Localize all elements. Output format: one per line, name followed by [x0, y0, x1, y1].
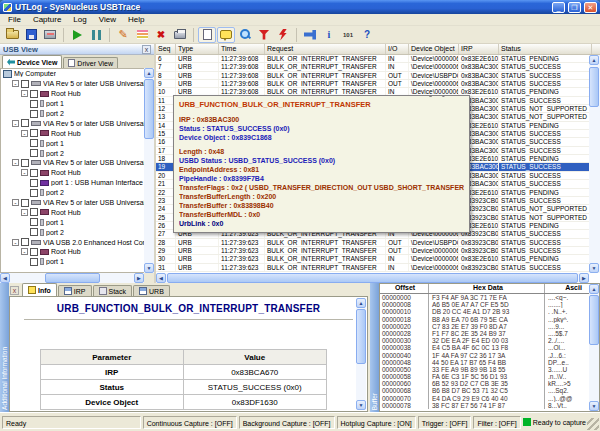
- tree-checkbox[interactable]: [21, 238, 29, 246]
- tree-checkbox[interactable]: [21, 199, 29, 207]
- table-row[interactable]: 7URB11:27:39:608BULK_OR_INTERRUPT_TRANSF…: [156, 63, 589, 71]
- tree-checkbox[interactable]: [30, 169, 38, 177]
- page-view-button[interactable]: [198, 27, 216, 43]
- tree-checkbox[interactable]: [21, 159, 29, 167]
- title-bar[interactable]: UTLog - SysNucleus USBTrace _ ❐ ✕: [0, 0, 600, 14]
- tree-checkbox[interactable]: [30, 189, 38, 197]
- tree-hscroll-thumb[interactable]: [45, 273, 100, 283]
- info-button[interactable]: i: [320, 27, 338, 43]
- menu-view[interactable]: View: [93, 15, 122, 24]
- details-close-icon[interactable]: x: [10, 286, 19, 295]
- tree-item[interactable]: -VIA Rev 5 or later USB Universal Host C: [1, 79, 144, 89]
- scroll-up-icon[interactable]: ▲: [589, 55, 599, 65]
- column-header-irp[interactable]: IRP: [459, 44, 499, 54]
- tree-item[interactable]: port 2: [1, 227, 144, 237]
- tree-vscroll-thumb[interactable]: [144, 79, 154, 139]
- expander-toggle[interactable]: -: [12, 199, 19, 206]
- tree-item[interactable]: -Root Hub: [1, 207, 144, 217]
- expander-toggle[interactable]: -: [21, 248, 28, 255]
- column-header-time[interactable]: Time: [219, 44, 265, 54]
- tree-item[interactable]: My Computer: [1, 69, 144, 79]
- expander-toggle[interactable]: -: [12, 159, 19, 166]
- scroll-down-icon[interactable]: ▼: [589, 263, 599, 273]
- usb-devices-button[interactable]: [301, 27, 319, 43]
- open-button[interactable]: [3, 27, 21, 43]
- tree-item[interactable]: port 1: [1, 138, 144, 148]
- usb-view-close-icon[interactable]: x: [142, 45, 151, 54]
- tree-item[interactable]: -VIA Rev 5 or later USB Universal Host C: [1, 118, 144, 128]
- scroll-down-icon[interactable]: ▼: [144, 263, 154, 273]
- tab-device-view[interactable]: Device View: [2, 55, 62, 68]
- edit-button[interactable]: ✎: [114, 27, 132, 43]
- table-row[interactable]: 29URB11:27:39:623BULK_OR_INTERRUPT_TRANS…: [156, 247, 589, 255]
- tree-item[interactable]: port 1: [1, 257, 144, 267]
- print-button[interactable]: [171, 27, 189, 43]
- scroll-up-icon[interactable]: ▲: [144, 68, 154, 78]
- expander-toggle[interactable]: -: [21, 169, 28, 176]
- tab-stack[interactable]: Stack: [93, 285, 133, 296]
- tree-checkbox[interactable]: [30, 218, 38, 226]
- tab-urb[interactable]: URB: [133, 285, 170, 296]
- save-button[interactable]: [22, 27, 40, 43]
- tree-checkbox[interactable]: [30, 100, 38, 108]
- delete-button[interactable]: ✖: [152, 27, 170, 43]
- tree-item[interactable]: -VIA Rev 5 or later USB Universal Host C: [1, 158, 144, 168]
- tree-checkbox[interactable]: [21, 80, 29, 88]
- hex-vscroll-thumb[interactable]: [589, 295, 599, 345]
- column-header-seq[interactable]: Seq: [156, 44, 176, 54]
- expander-toggle[interactable]: -: [21, 90, 28, 97]
- tab-info[interactable]: Info: [22, 283, 57, 296]
- menu-log[interactable]: Log: [67, 15, 92, 24]
- table-hscroll-thumb[interactable]: [167, 273, 578, 283]
- restore-button[interactable]: ❐: [568, 2, 581, 13]
- help-button[interactable]: ?: [358, 27, 376, 43]
- expander-toggle[interactable]: -: [12, 120, 19, 127]
- tree-checkbox[interactable]: [30, 90, 38, 98]
- tree-checkbox[interactable]: [30, 110, 38, 118]
- tree-item[interactable]: port 2: [1, 109, 144, 119]
- tree-horizontal-scrollbar[interactable]: ◀ ▶: [0, 273, 144, 283]
- details-vertical-scrollbar[interactable]: ▲ ▼: [356, 298, 366, 410]
- close-button[interactable]: ✕: [584, 2, 597, 13]
- scroll-right-icon[interactable]: ▶: [579, 273, 589, 283]
- table-horizontal-scrollbar[interactable]: ◀ ▶: [156, 273, 589, 283]
- table-vscroll-thumb[interactable]: [589, 67, 599, 107]
- tree-checkbox[interactable]: [30, 208, 38, 216]
- tree-checkbox[interactable]: [30, 228, 38, 236]
- tree-item[interactable]: -VIA Rev 5 or later USB Universal Host C: [1, 198, 144, 208]
- tree-item[interactable]: port 1: [1, 99, 144, 109]
- menu-file[interactable]: File: [2, 15, 27, 24]
- table-row[interactable]: 28URB11:27:39:623BULK_OR_INTERRUPT_TRANS…: [156, 239, 589, 247]
- scroll-down-icon[interactable]: ▼: [589, 401, 599, 411]
- table-row[interactable]: 8URB11:27:39:608BULK_OR_INTERRUPT_TRANSF…: [156, 72, 589, 80]
- tree-checkbox[interactable]: [30, 248, 38, 256]
- column-header-type[interactable]: Type: [176, 44, 219, 54]
- trigger-button[interactable]: [274, 27, 292, 43]
- pause-capture-button[interactable]: [87, 27, 105, 43]
- expander-toggle[interactable]: -: [12, 239, 19, 246]
- start-capture-button[interactable]: [68, 27, 86, 43]
- tooltip-toggle-button[interactable]: [217, 27, 235, 43]
- resize-grip[interactable]: [587, 418, 599, 430]
- column-header-deviceobject[interactable]: Device Object: [409, 44, 459, 54]
- details-vscroll-thumb[interactable]: [356, 309, 366, 364]
- tree-item[interactable]: port 1 : USB Human Interface D: [1, 178, 144, 188]
- tree-item[interactable]: port 2: [1, 188, 144, 198]
- minimize-button[interactable]: _: [552, 2, 565, 13]
- tree-item[interactable]: -Root Hub: [1, 128, 144, 138]
- expander-toggle[interactable]: -: [21, 130, 28, 137]
- tab-driver-view[interactable]: Driver View: [63, 57, 118, 68]
- tree-checkbox[interactable]: [21, 119, 29, 127]
- table-row[interactable]: 30URB11:27:39:623BULK_OR_INTERRUPT_TRANS…: [156, 255, 589, 263]
- table-vertical-scrollbar[interactable]: ▲ ▼: [589, 55, 600, 273]
- tree-checkbox[interactable]: [30, 149, 38, 157]
- column-header-status[interactable]: Status: [499, 44, 592, 54]
- tab-irp[interactable]: IRP: [58, 285, 92, 296]
- scroll-up-icon[interactable]: ▲: [589, 284, 599, 294]
- scroll-up-icon[interactable]: ▲: [356, 298, 366, 308]
- table-row[interactable]: 6URB11:27:39:608BULK_OR_INTERRUPT_TRANSF…: [156, 55, 589, 63]
- table-row[interactable]: 9URB11:27:39:608BULK_OR_INTERRUPT_TRANSF…: [156, 80, 589, 88]
- expander-toggle[interactable]: -: [21, 209, 28, 216]
- menu-help[interactable]: Help: [122, 15, 150, 24]
- tree-item[interactable]: -Root Hub: [1, 247, 144, 257]
